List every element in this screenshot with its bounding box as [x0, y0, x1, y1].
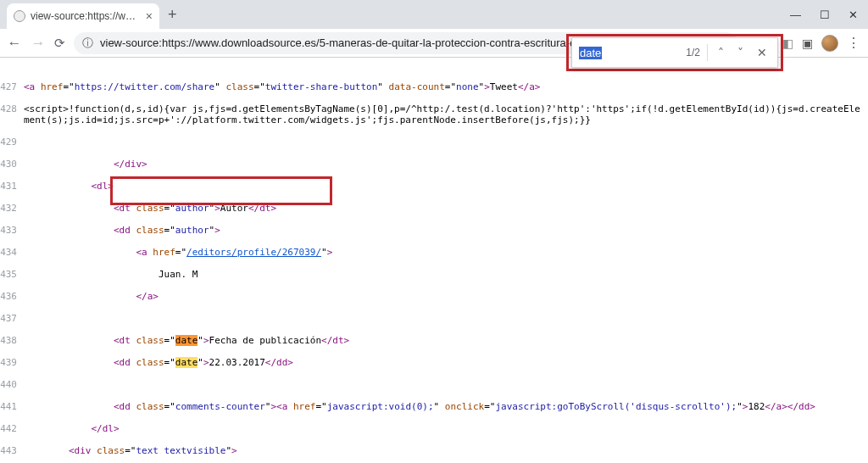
source-line: <dl> [24, 181, 868, 192]
source-line: </div> [24, 159, 868, 170]
minimize-icon[interactable]: — [790, 8, 801, 21]
browser-tab[interactable]: view-source:https://www.downlo × [7, 3, 159, 29]
find-close-button[interactable]: ✕ [754, 44, 771, 61]
source-line [24, 137, 868, 148]
forward-button[interactable]: → [31, 35, 46, 52]
find-in-page-bar: date 1/2 ˄ ˅ ✕ [571, 37, 778, 68]
source-line [24, 313, 868, 324]
source-line: <dt class="author">Autor</dt> [24, 203, 868, 214]
site-info-icon[interactable]: ⓘ [82, 36, 93, 51]
tab-title: view-source:https://www.downlo [31, 10, 141, 22]
source-line: <div class="text textvisible"> [24, 445, 868, 456]
find-count: 1/2 [686, 47, 700, 59]
source-view: 427<a href="https://twitter.com/share" c… [0, 58, 868, 463]
extension-icon[interactable]: ◧ [782, 36, 793, 50]
profile-avatar[interactable] [821, 35, 838, 52]
tab-favicon [14, 10, 25, 22]
close-icon[interactable]: × [146, 9, 153, 23]
source-line: </dl> [24, 423, 868, 434]
source-line: <dd class="date">22.03.2017</dd> [24, 357, 868, 368]
source-line: <dt class="date">Fecha de publicación</d… [24, 335, 868, 346]
maximize-icon[interactable]: ☐ [820, 8, 830, 21]
source-line: <script>!function(d,s,id){var js,fjs=d.g… [24, 103, 868, 126]
source-line: Juan. M [24, 269, 868, 280]
browser-titlebar: view-source:https://www.downlo × + — ☐ ✕ [0, 0, 868, 29]
new-tab-button[interactable]: + [159, 6, 186, 29]
back-button[interactable]: ← [7, 35, 22, 52]
source-line: <dd class="comments-counter"><a href="ja… [24, 401, 868, 412]
extension-icon[interactable]: ▣ [802, 36, 813, 50]
source-line: <dd class="author"> [24, 225, 868, 236]
source-line: <a href="https://twitter.com/share" clas… [24, 81, 868, 92]
find-query-input[interactable]: date [579, 47, 679, 59]
find-next-button[interactable]: ˅ [734, 44, 747, 61]
menu-button[interactable]: ⋮ [847, 35, 861, 51]
source-line: <a href="/editors/profile/267039/"> [24, 247, 868, 258]
reload-button[interactable]: ⟳ [54, 36, 65, 51]
source-line [24, 379, 868, 390]
source-line: </a> [24, 291, 868, 302]
find-prev-button[interactable]: ˄ [715, 44, 727, 61]
close-window-icon[interactable]: ✕ [849, 8, 858, 21]
